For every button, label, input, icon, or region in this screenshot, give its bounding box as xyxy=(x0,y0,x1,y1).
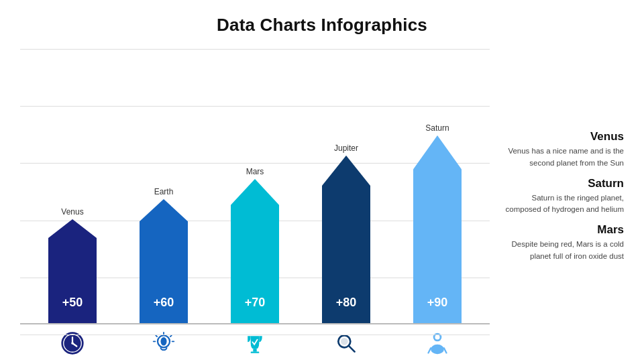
bar-label: Mars xyxy=(246,167,264,176)
svg-line-22 xyxy=(444,348,447,353)
bar: +60 xyxy=(140,199,188,323)
bar-label: Jupiter xyxy=(334,143,358,153)
info-block: SaturnSaturn is the ringed planet, compo… xyxy=(500,177,624,216)
info-block-title: Saturn xyxy=(500,177,624,190)
info-block: MarsDespite being red, Mars is a cold pl… xyxy=(500,223,624,262)
bar: +50 xyxy=(48,219,97,323)
main-content: Venus+50Earth+60Mars+70Jupiter+80Saturn+… xyxy=(0,42,644,362)
svg-line-16 xyxy=(349,346,355,352)
bar-label: Earth xyxy=(154,187,174,196)
info-block-text: Despite being red, Mars is a cold planet… xyxy=(500,239,624,262)
bar-label: Venus xyxy=(61,207,83,217)
bar-group: Earth+60 xyxy=(140,187,188,323)
bar: +90 xyxy=(413,135,462,323)
bar-value: +90 xyxy=(427,296,448,310)
bar-group: Jupiter+80 xyxy=(322,143,370,323)
bar-value: +50 xyxy=(62,296,83,310)
bar-group: Venus+50 xyxy=(48,207,97,323)
bar-group: Mars+70 xyxy=(231,167,279,323)
bar: +70 xyxy=(231,179,279,323)
info-block-title: Venus xyxy=(500,130,624,143)
svg-point-17 xyxy=(341,338,348,345)
svg-line-8 xyxy=(156,335,157,337)
svg-rect-13 xyxy=(253,349,256,352)
info-block-title: Mars xyxy=(500,223,624,237)
svg-rect-14 xyxy=(251,352,260,353)
bar-value: +60 xyxy=(154,296,174,310)
info-block-text: Venus has a nice name and is the second … xyxy=(500,145,624,169)
svg-point-19 xyxy=(431,345,444,354)
svg-point-12 xyxy=(161,337,167,346)
grid-line xyxy=(20,106,490,107)
info-block: VenusVenus has a nice name and is the se… xyxy=(500,130,624,169)
grid-line xyxy=(20,49,490,50)
svg-point-4 xyxy=(71,342,74,345)
bar-value: +70 xyxy=(245,296,266,310)
grid-line xyxy=(20,335,490,335)
bar-value: +80 xyxy=(336,296,357,310)
info-block-text: Saturn is the ringed planet, composed of… xyxy=(500,192,624,216)
svg-line-9 xyxy=(170,335,172,337)
bar: +80 xyxy=(322,156,370,323)
bar-label: Saturn xyxy=(425,123,449,133)
svg-line-21 xyxy=(429,348,431,353)
page-title: Data Charts Infographics xyxy=(217,15,427,36)
bar-group: Saturn+90 xyxy=(413,123,462,323)
bars-container: Venus+50Earth+60Mars+70Jupiter+80Saturn+… xyxy=(20,109,490,323)
svg-point-20 xyxy=(435,335,439,339)
chart-grid: Venus+50Earth+60Mars+70Jupiter+80Saturn+… xyxy=(20,49,490,355)
right-panel: VenusVenus has a nice name and is the se… xyxy=(490,42,624,355)
chart-area: Venus+50Earth+60Mars+70Jupiter+80Saturn+… xyxy=(20,42,490,355)
